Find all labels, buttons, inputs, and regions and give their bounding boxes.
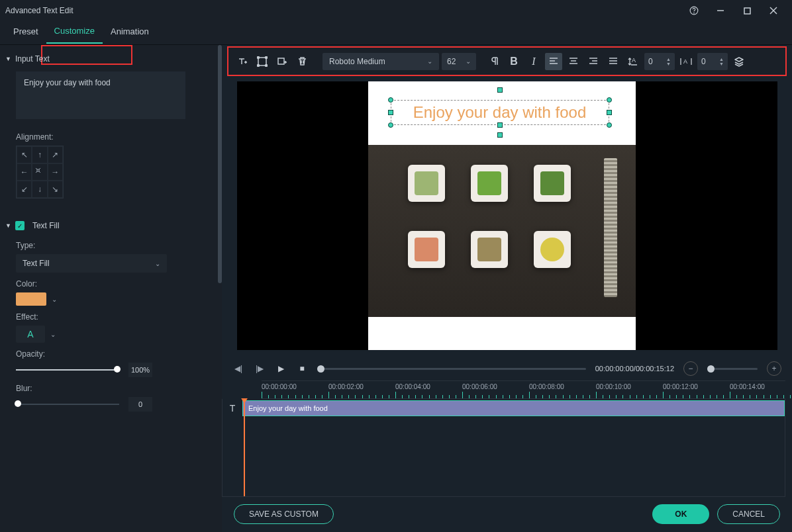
playhead[interactable] (244, 399, 245, 496)
close-icon[interactable] (760, 0, 787, 21)
align-top-right[interactable]: ↗ (48, 146, 63, 163)
ok-button[interactable]: OK (652, 504, 709, 524)
color-label: Color: (16, 279, 222, 288)
right-panel: Roboto Medium ⌄ 62 ⌄ B I A 0 ▲▼ A 0 (222, 45, 792, 532)
align-bottom-left[interactable]: ↙ (17, 181, 32, 198)
color-swatch[interactable] (16, 292, 46, 306)
svg-text:A: A (632, 57, 636, 64)
preview-canvas[interactable]: Enjoy your day with food (237, 81, 777, 350)
zoom-in-button[interactable]: + (767, 361, 781, 376)
text-toolbar: Roboto Medium ⌄ 62 ⌄ B I A 0 ▲▼ A 0 (228, 48, 785, 75)
help-icon[interactable] (681, 0, 707, 21)
align-top[interactable]: ↑ (32, 146, 47, 163)
layers-icon[interactable] (730, 53, 748, 70)
align-center-button[interactable] (565, 53, 582, 70)
alignment-label: Alignment: (16, 132, 222, 142)
chevron-down-icon: ⌄ (155, 260, 160, 267)
timeline: 00:00:00:0000:00:02:0000:00:04:0000:00:0… (222, 380, 792, 497)
align-bottom[interactable]: ↓ (32, 181, 47, 198)
svg-rect-3 (744, 8, 750, 14)
svg-point-8 (266, 56, 268, 58)
font-select[interactable]: Roboto Medium ⌄ (322, 53, 439, 70)
type-select[interactable]: Text Fill ⌄ (16, 254, 167, 273)
timeline-body: T Enjoy your day with food (222, 399, 785, 497)
input-text-field[interactable] (16, 71, 185, 119)
bold-button[interactable]: B (505, 53, 522, 70)
char-spacing-icon[interactable]: A (677, 53, 695, 70)
playback-bar: ◀| |▶ ▶ ■ 00:00:00:00/00:00:15:12 − + (222, 357, 792, 380)
blur-value[interactable]: 0 (128, 397, 152, 412)
text-overlay[interactable]: Enjoy your day with food (391, 100, 609, 125)
sidebar-scrollbar[interactable] (218, 45, 222, 283)
tab-animation[interactable]: Animation (103, 22, 157, 43)
alignment-grid: ↖ ↑ ↗ ← → ↙ ↓ ↘ (16, 146, 64, 199)
svg-point-7 (258, 56, 260, 58)
char-spacing-input[interactable]: 0 ▲▼ (697, 53, 728, 70)
svg-point-9 (258, 64, 260, 66)
next-frame-button[interactable]: |▶ (254, 363, 266, 375)
zoom-slider[interactable] (707, 368, 758, 370)
line-spacing-icon[interactable]: A (624, 53, 642, 70)
align-justify-button[interactable] (605, 53, 622, 70)
zoom-out-button[interactable]: − (683, 361, 698, 376)
playback-slider[interactable] (317, 368, 586, 370)
opacity-slider[interactable] (16, 369, 119, 371)
align-right-button[interactable] (585, 53, 602, 70)
paragraph-icon[interactable] (485, 53, 503, 70)
svg-rect-6 (258, 58, 266, 66)
add-text-icon[interactable] (234, 53, 251, 70)
mode-tabs: Preset Customize Animation (0, 21, 792, 45)
section-text-fill[interactable]: ▼ ✓ Text Fill (5, 217, 222, 234)
effect-select[interactable]: A (16, 326, 45, 343)
tab-customize[interactable]: Customize (46, 22, 103, 44)
text-fill-checkbox[interactable]: ✓ (15, 221, 25, 230)
bounding-box-icon[interactable] (254, 53, 271, 70)
align-left-button[interactable] (545, 53, 562, 70)
svg-point-1 (694, 13, 695, 13)
timeline-clip[interactable]: Enjoy your day with food (242, 400, 785, 416)
italic-button[interactable]: I (525, 53, 542, 70)
blur-label: Blur: (16, 384, 222, 393)
opacity-value[interactable]: 100% (128, 363, 152, 377)
align-right[interactable]: → (48, 163, 63, 181)
prev-frame-button[interactable]: ◀| (232, 363, 244, 375)
timecode: 00:00:00:00/00:00:15:12 (595, 365, 674, 373)
align-top-left[interactable]: ↖ (17, 146, 32, 163)
chevron-down-icon: ⌄ (466, 58, 471, 65)
play-button[interactable]: ▶ (275, 363, 287, 375)
delete-icon[interactable] (293, 53, 311, 70)
title-bar: Advanced Text Edit (0, 0, 792, 21)
svg-text:A: A (683, 58, 687, 65)
svg-rect-11 (278, 58, 284, 64)
svg-point-10 (266, 64, 268, 66)
font-size-select[interactable]: 62 ⌄ (442, 53, 476, 70)
minimize-icon[interactable] (707, 0, 734, 21)
chevron-down-icon[interactable]: ⌄ (49, 293, 60, 306)
maximize-icon[interactable] (734, 0, 760, 21)
effect-label: Effect: (16, 312, 222, 322)
chevron-down-icon: ⌄ (427, 58, 432, 65)
tab-preset[interactable]: Preset (5, 22, 46, 43)
preview-area: Enjoy your day with food (222, 75, 792, 357)
window-title: Advanced Text Edit (5, 6, 74, 15)
save-as-custom-button[interactable]: SAVE AS CUSTOM (234, 504, 334, 524)
cancel-button[interactable]: CANCEL (717, 504, 780, 524)
blur-slider[interactable] (16, 404, 119, 405)
text-track-icon: T (223, 399, 242, 418)
align-center[interactable] (32, 163, 47, 181)
collapse-icon: ▼ (5, 56, 11, 62)
timeline-ruler[interactable]: 00:00:00:0000:00:02:0000:00:04:0000:00:0… (262, 380, 785, 399)
type-label: Type: (16, 241, 222, 250)
align-left[interactable]: ← (17, 163, 32, 181)
sidebar: ▼ Input Text Alignment: ↖ ↑ ↗ ← → ↙ ↓ ↘ … (0, 45, 222, 532)
add-shape-icon[interactable] (273, 53, 291, 70)
footer: SAVE AS CUSTOM OK CANCEL (222, 497, 792, 532)
stop-button[interactable]: ■ (296, 363, 308, 375)
opacity-label: Opacity: (16, 349, 222, 359)
line-spacing-input[interactable]: 0 ▲▼ (644, 53, 675, 70)
align-bottom-right[interactable]: ↘ (48, 181, 63, 198)
collapse-icon: ▼ (5, 222, 11, 229)
section-input-text[interactable]: ▼ Input Text (5, 50, 222, 67)
chevron-down-icon[interactable]: ⌄ (48, 328, 58, 341)
